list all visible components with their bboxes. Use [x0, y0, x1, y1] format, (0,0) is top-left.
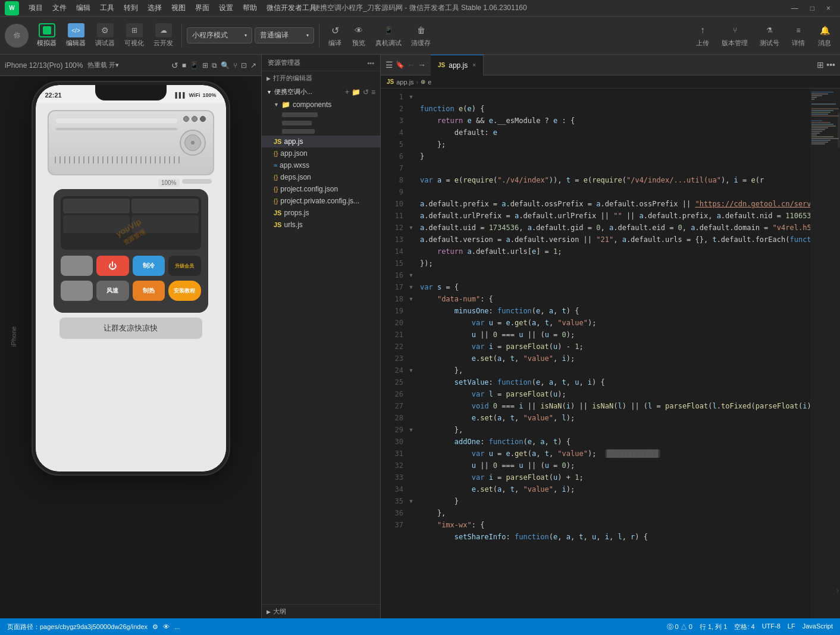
ac-btn-wind[interactable]: 风速	[96, 281, 129, 301]
statusbar-encoding[interactable]: UTF-8	[762, 623, 781, 631]
fold-arrow-36[interactable]: ▼	[407, 495, 415, 507]
statusbar-preview-icon[interactable]: 👁	[163, 623, 170, 630]
new-folder-icon[interactable]: 📁	[352, 88, 361, 96]
editor-btn[interactable]: </> 编辑器	[62, 21, 89, 50]
forward-nav-icon[interactable]: →	[418, 60, 426, 70]
cloud-btn[interactable]: ☁ 云开发	[150, 21, 177, 50]
window-minimize[interactable]: —	[786, 3, 803, 14]
fold-arrow-16[interactable]: ▼	[407, 269, 415, 281]
sim-search-icon[interactable]: 🔍	[221, 61, 230, 70]
sim-layout-icon[interactable]: ⊞	[202, 61, 208, 70]
fold-arrow-24[interactable]: ▼	[407, 364, 415, 376]
bookmark-icon[interactable]: 🔖	[396, 61, 405, 69]
sim-nav-icon[interactable]: ⑂	[233, 61, 237, 70]
ac-btn-cool[interactable]: 制冷	[133, 256, 165, 276]
toggle-sidebar-icon[interactable]: ☰	[385, 60, 393, 70]
file-projectprivate[interactable]: {} project.private.config.js...	[262, 195, 380, 207]
simulator-btn[interactable]: 模拟器	[33, 21, 60, 50]
tab-close-icon[interactable]: ×	[472, 62, 476, 68]
clean-cache-btn[interactable]: 🗑 清缓存	[408, 21, 434, 50]
menu-item-file[interactable]: 文件	[48, 2, 71, 14]
scroll-right-icon[interactable]: ›	[836, 586, 839, 595]
test-btn[interactable]: ⚗ 测试号	[756, 21, 783, 50]
sim-copy-icon[interactable]: ⧉	[212, 61, 217, 70]
collapse-icon[interactable]: ≡	[371, 88, 375, 96]
statusbar-more[interactable]: ...	[174, 623, 180, 630]
real-debug-btn[interactable]: 📱 真机调试	[372, 21, 405, 50]
statusbar-errors[interactable]: ⓪ 0 △ 0	[667, 623, 692, 631]
sim-grid-icon[interactable]: ⊡	[241, 61, 247, 70]
ac-btn-power[interactable]: ⏻	[96, 256, 129, 276]
user-avatar[interactable]: 你	[5, 24, 29, 48]
ac-btn-empty[interactable]	[61, 256, 93, 276]
open-editors-section[interactable]: ▶ 打开的编辑器	[262, 71, 380, 85]
message-btn[interactable]: 🔔 消息	[814, 21, 835, 50]
preview-btn[interactable]: 👁 预览	[348, 21, 369, 50]
menu-item-settings[interactable]: 设置	[214, 2, 238, 14]
menu-item-edit[interactable]: 编辑	[71, 2, 95, 14]
breadcrumb-appjs[interactable]: app.js	[396, 78, 413, 86]
upload-btn[interactable]: ↑ 上传	[692, 21, 713, 50]
file-panel-menu-icon[interactable]: •••	[367, 59, 374, 67]
statusbar-path[interactable]: 页面路径：pages/cbygz9da3j50000dw26g/index	[7, 623, 148, 631]
debugger-btn[interactable]: ⚙ 调试器	[92, 21, 118, 50]
statusbar-position[interactable]: 行 1, 列 1	[700, 623, 727, 631]
sim-phone-icon[interactable]: 📱	[190, 61, 199, 70]
statusbar-settings-icon[interactable]: ⚙	[152, 623, 158, 631]
ac-btn-heat[interactable]: 制热	[133, 281, 165, 301]
breadcrumb-e[interactable]: e	[428, 78, 431, 86]
detail-btn[interactable]: ≡ 详情	[788, 21, 809, 50]
split-editor-icon[interactable]: ⊞	[817, 60, 824, 70]
sim-refresh-icon[interactable]: ↺	[171, 61, 178, 70]
upgrade-badge[interactable]: 升级会员	[168, 256, 201, 276]
menu-item-tools[interactable]: 工具	[95, 2, 119, 14]
components-folder[interactable]: ▼ 📁 components	[262, 99, 380, 111]
menu-item-view[interactable]: 视图	[167, 2, 190, 14]
menu-item-help[interactable]: 帮助	[238, 2, 262, 14]
sim-stop-icon[interactable]: ■	[182, 61, 186, 70]
mode-dropdown[interactable]: 小程序模式 ▾	[187, 27, 252, 43]
editor-area: ☰ 🔖 ← → JS app.js × ⊞ ••• JS app.js	[381, 55, 840, 618]
new-file-icon[interactable]: +	[345, 88, 349, 96]
tab-appjs[interactable]: JS app.js ×	[431, 55, 484, 76]
menu-item-devtools[interactable]: 微信开发者工具	[262, 2, 321, 14]
project-section[interactable]: ▼ 便携空调小... + 📁 ↺ ≡	[262, 85, 380, 99]
fold-arrow-1[interactable]: ▼	[407, 91, 415, 103]
more-tabs-icon[interactable]: •••	[826, 60, 835, 70]
file-urlsjs[interactable]: JS urls.js	[262, 219, 380, 231]
refresh-icon[interactable]: ↺	[363, 88, 369, 96]
window-maximize[interactable]: □	[805, 3, 819, 14]
compile-btn[interactable]: ↺ 编译	[324, 21, 346, 50]
toolbar-sep-1	[181, 24, 182, 48]
visualize-btn[interactable]: ⊞ 可视化	[121, 21, 148, 50]
compile-dropdown[interactable]: 普通编译 ▾	[255, 27, 314, 43]
file-appjson[interactable]: {} app.json	[262, 147, 380, 159]
hot-reload-btn[interactable]: 热重载 开▾	[87, 61, 119, 70]
menu-item-goto[interactable]: 转到	[119, 2, 143, 14]
fold-arrow-18[interactable]: ▼	[407, 293, 415, 305]
code-content[interactable]: function e(e) { return e && e.__esModule…	[415, 89, 810, 618]
sim-share-icon[interactable]: ↗	[250, 61, 256, 70]
menu-item-select[interactable]: 选择	[143, 2, 167, 14]
statusbar-language[interactable]: JavaScript	[803, 623, 833, 631]
fold-arrow-12[interactable]: ▼	[407, 222, 415, 234]
ac-btn-empty-2[interactable]	[61, 281, 93, 301]
window-close[interactable]: ×	[822, 3, 835, 14]
outline-section[interactable]: ▶ 大纲	[262, 604, 380, 618]
statusbar-spaces[interactable]: 空格: 4	[734, 623, 754, 631]
main-area: iPhone 12/13(Pro) 100% 热重载 开▾ ↺ ■ 📱 ⊞ ⧉ …	[0, 55, 840, 618]
file-appjs[interactable]: JS app.js	[262, 136, 380, 147]
file-appwxss[interactable]: ≈ app.wxss	[262, 159, 380, 171]
back-nav-icon[interactable]: ←	[407, 60, 415, 70]
fold-arrow-29[interactable]: ▼	[407, 424, 415, 436]
version-btn[interactable]: ⑂ 版本管理	[718, 21, 751, 50]
install-badge[interactable]: 安装教程	[168, 281, 201, 301]
file-propsjs[interactable]: JS props.js	[262, 207, 380, 219]
menu-item-project[interactable]: 项目	[24, 2, 48, 14]
file-projectconfig[interactable]: {} project.config.json	[262, 183, 380, 195]
ac-share-btn[interactable]: 让群友凉快凉快	[59, 318, 202, 339]
statusbar-line-ending[interactable]: LF	[788, 623, 795, 631]
fold-arrow-17[interactable]: ▼	[407, 281, 415, 293]
file-depsjson[interactable]: {} deps.json	[262, 171, 380, 183]
menu-item-ui[interactable]: 界面	[190, 2, 214, 14]
